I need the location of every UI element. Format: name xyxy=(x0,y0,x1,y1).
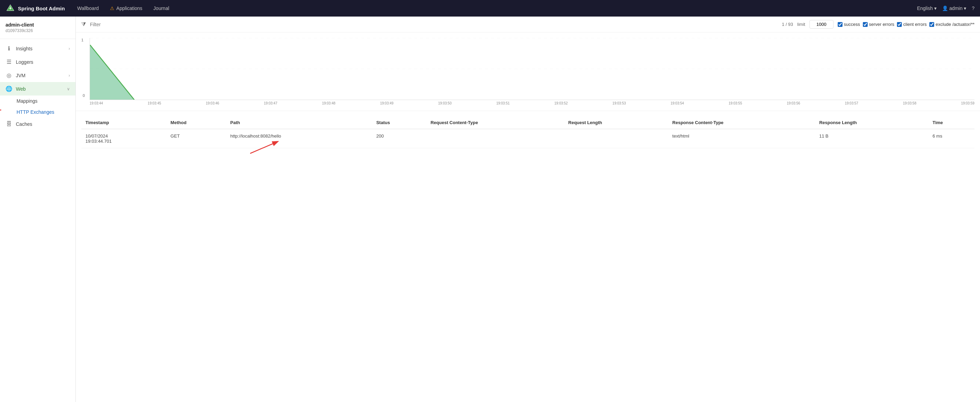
checkbox-success[interactable]: success xyxy=(838,22,860,27)
chevron-right-icon: › xyxy=(68,73,70,78)
cell-status: 200 xyxy=(372,129,426,148)
sidebar-item-mappings[interactable]: Mappings xyxy=(0,96,75,107)
main-layout: admin-client d1097339c326 ℹ Insights › ☰… xyxy=(0,16,980,402)
sidebar-item-web[interactable]: 🌐 Web ∨ xyxy=(0,82,75,96)
info-icon: ℹ xyxy=(5,45,13,52)
cell-response-content-type: text/html xyxy=(668,129,815,148)
checkbox-exclude-actuator[interactable]: exclude /actuator/** xyxy=(929,22,975,27)
cell-timestamp: 10/07/2024 19:03:44.701 xyxy=(81,129,166,148)
filter-checkboxes: success server errors client errors excl… xyxy=(838,22,975,27)
table-header: Timestamp Method Path Status Request Con… xyxy=(81,116,975,129)
chart-x-label-13: 19:03:57 xyxy=(845,101,858,105)
help-button[interactable]: ? xyxy=(972,5,975,11)
web-icon: 🌐 xyxy=(5,86,13,92)
annotation-arrow-path xyxy=(247,140,288,157)
client-id: d1097339c326 xyxy=(5,28,70,33)
chart-x-label-3: 19:03:47 xyxy=(264,101,277,105)
col-path: Path xyxy=(226,116,372,129)
chart-x-label-1: 19:03:45 xyxy=(148,101,161,105)
chart-y-min: 0 xyxy=(83,93,85,97)
client-info: admin-client d1097339c326 xyxy=(0,16,75,39)
sidebar: admin-client d1097339c326 ℹ Insights › ☰… xyxy=(0,16,76,402)
col-time: Time xyxy=(928,116,975,129)
col-status: Status xyxy=(372,116,426,129)
chart-x-label-0: 19:03:44 xyxy=(89,101,103,105)
col-method: Method xyxy=(166,116,226,129)
chart-x-label-11: 19:03:55 xyxy=(729,101,742,105)
nav-journal[interactable]: Journal xyxy=(149,3,173,13)
loggers-icon: ☰ xyxy=(5,59,13,65)
nav-right: English ▾ 👤 admin ▾ ? xyxy=(917,5,975,11)
brand-icon xyxy=(5,3,15,13)
chart-x-label-2: 19:03:46 xyxy=(206,101,219,105)
col-request-content-type: Request Content-Type xyxy=(426,116,564,129)
cell-time: 6 ms xyxy=(928,129,975,148)
warning-icon: ⚠ xyxy=(110,5,115,11)
limit-input[interactable] xyxy=(810,20,834,29)
chart-x-label-4: 19:03:48 xyxy=(322,101,335,105)
sidebar-item-insights[interactable]: ℹ Insights › xyxy=(0,42,75,55)
table-row: 10/07/2024 19:03:44.701 GET http://local… xyxy=(81,129,975,148)
main-content: ⧩ 1 / 93 limit success server errors cli… xyxy=(76,16,980,402)
limit-label: limit xyxy=(797,22,805,27)
col-timestamp: Timestamp xyxy=(81,116,166,129)
filter-bar: ⧩ 1 / 93 limit success server errors cli… xyxy=(76,16,980,32)
sidebar-item-loggers[interactable]: ☰ Loggers xyxy=(0,55,75,69)
cell-path: http://localhost:8082/hello xyxy=(226,129,372,148)
exchanges-table: Timestamp Method Path Status Request Con… xyxy=(81,116,975,148)
jvm-icon: ◎ xyxy=(5,72,13,78)
chart-area xyxy=(89,38,975,100)
nav-links: Wallboard ⚠ Applications Journal xyxy=(73,3,909,13)
col-response-content-type: Response Content-Type xyxy=(668,116,815,129)
sidebar-item-caches[interactable]: 🗄 Caches xyxy=(0,118,75,131)
account-icon: 👤 xyxy=(942,5,948,11)
client-name: admin-client xyxy=(5,22,70,27)
user-menu[interactable]: 👤 admin ▾ xyxy=(942,5,966,11)
sidebar-nav: ℹ Insights › ☰ Loggers ◎ JVM › xyxy=(0,39,75,133)
filter-count: 1 / 93 xyxy=(782,22,793,27)
chart-y-max: 1 xyxy=(81,38,83,42)
chart-x-label-12: 19:03:56 xyxy=(787,101,800,105)
col-response-length: Response Length xyxy=(815,116,928,129)
chart-x-label-5: 19:03:49 xyxy=(380,101,393,105)
caches-icon: 🗄 xyxy=(5,121,13,127)
sidebar-item-http-exchanges[interactable]: HTTP Exchanges xyxy=(0,107,75,118)
chevron-down-icon: ▾ xyxy=(964,5,966,11)
chevron-down-icon: ▾ xyxy=(934,5,937,11)
filter-input[interactable] xyxy=(90,22,778,27)
chevron-right-icon: › xyxy=(68,46,70,51)
chart-x-label-8: 19:03:52 xyxy=(554,101,568,105)
language-selector[interactable]: English ▾ xyxy=(917,5,937,11)
filter-icon: ⧩ xyxy=(81,21,86,27)
chart-x-label-14: 19:03:58 xyxy=(903,101,916,105)
checkbox-client-errors[interactable]: client errors xyxy=(897,22,927,27)
sidebar-item-jvm[interactable]: ◎ JVM › xyxy=(0,69,75,82)
col-request-length: Request Length xyxy=(564,116,668,129)
brand-name: Spring Boot Admin xyxy=(18,5,65,11)
cell-method: GET xyxy=(166,129,226,148)
chart-x-label-7: 19:03:51 xyxy=(496,101,510,105)
chart-svg xyxy=(90,38,975,100)
chart-x-label-10: 19:03:54 xyxy=(671,101,684,105)
cell-request-content-type xyxy=(426,129,564,148)
table-body: 10/07/2024 19:03:44.701 GET http://local… xyxy=(81,129,975,148)
chart-x-label-6: 19:03:50 xyxy=(438,101,452,105)
chart-x-label-15: 19:03:59 xyxy=(961,101,975,105)
cell-request-length xyxy=(564,129,668,148)
checkbox-server-errors[interactable]: server errors xyxy=(863,22,894,27)
chevron-down-icon: ∨ xyxy=(67,86,70,91)
table-container: Timestamp Method Path Status Request Con… xyxy=(76,116,980,154)
chart-container: 1 0 xyxy=(76,32,980,111)
brand-logo[interactable]: Spring Boot Admin xyxy=(5,3,65,13)
chart-x-label-9: 19:03:53 xyxy=(612,101,626,105)
nav-wallboard[interactable]: Wallboard xyxy=(73,3,103,13)
top-navigation: Spring Boot Admin Wallboard ⚠ Applicatio… xyxy=(0,0,980,16)
nav-applications[interactable]: ⚠ Applications xyxy=(106,3,147,13)
cell-response-length: 11 B xyxy=(815,129,928,148)
